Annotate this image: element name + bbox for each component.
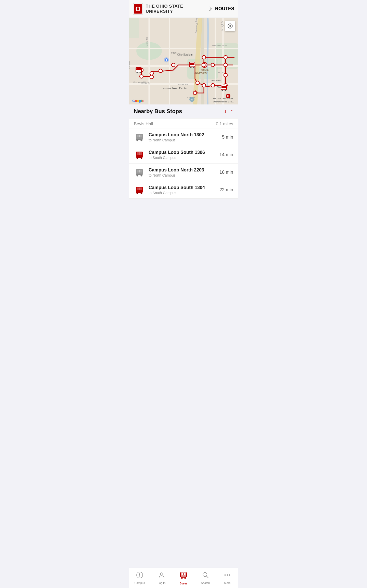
bus-icon-gray xyxy=(134,167,145,178)
svg-point-50 xyxy=(193,91,197,95)
bus-destination: to North Campus xyxy=(149,138,222,142)
stop-distance: 0.1 miles xyxy=(216,122,233,127)
routes-button[interactable]: ROUTES xyxy=(215,6,234,11)
svg-point-116 xyxy=(160,573,163,575)
dark-mode-icon[interactable]: ☽ xyxy=(207,6,212,12)
svg-text:UNIVERSITY: UNIVERSITY xyxy=(194,72,207,74)
nav-item-search[interactable]: Search xyxy=(194,570,216,586)
svg-text:Ohio Stadium: Ohio Stadium xyxy=(177,53,193,56)
svg-line-125 xyxy=(206,576,208,578)
svg-text:Woody H...es Dr: Woody H...es Dr xyxy=(212,45,227,47)
svg-point-44 xyxy=(202,56,206,59)
bus-icon-gray xyxy=(134,131,145,143)
bus-icon-red xyxy=(134,149,145,160)
bus-icon-red xyxy=(134,184,145,195)
svg-point-58 xyxy=(140,72,141,73)
svg-point-47 xyxy=(211,84,215,87)
compass-icon xyxy=(136,571,143,580)
nav-label-more: More xyxy=(224,581,230,584)
svg-text:Lennox Town Center: Lennox Town Center xyxy=(162,87,188,90)
bus-route-name: Campus Loop South 1304 xyxy=(149,185,219,190)
svg-point-54 xyxy=(203,63,206,66)
nav-item-more[interactable]: More xyxy=(216,570,238,586)
svg-point-37 xyxy=(150,72,153,75)
svg-text:The Ohio State Univer...: The Ohio State Univer... xyxy=(213,98,234,100)
svg-rect-84 xyxy=(137,135,139,137)
nav-label-buses: Buses xyxy=(180,582,188,585)
bus-row[interactable]: Campus Loop North 1302 to North Campus 5… xyxy=(129,128,238,146)
svg-point-126 xyxy=(225,574,226,576)
svg-point-69 xyxy=(166,59,167,61)
svg-rect-88 xyxy=(136,139,142,140)
bus-stops-list: Bevis Hall 0.1 miles Campus Loop North 1… xyxy=(129,118,238,199)
bus-destination: to South Campus xyxy=(149,191,219,195)
bus-row[interactable]: Campus Loop South 1304 to South Campus 2… xyxy=(129,181,238,198)
svg-text:🛍: 🛍 xyxy=(191,98,193,101)
bus-arrival-time: 16 min xyxy=(219,170,233,175)
svg-text:⑤315: ⑤315 xyxy=(171,51,177,54)
svg-point-66 xyxy=(225,90,226,91)
bus-route-name: Campus Loop North 2203 xyxy=(149,167,219,173)
svg-point-51 xyxy=(140,75,143,78)
header-logo: O The Ohio State University xyxy=(133,2,207,16)
svg-rect-91 xyxy=(137,152,139,155)
svg-rect-7 xyxy=(129,18,139,38)
bus-row[interactable]: Campus Loop South 1306 to South Campus 1… xyxy=(129,146,238,163)
stop-location-header: Bevis Hall 0.1 miles xyxy=(129,118,238,128)
search-icon xyxy=(202,571,209,580)
more-dots-icon xyxy=(224,571,231,580)
svg-rect-64 xyxy=(221,86,226,88)
svg-text:Kinnear Rd: Kinnear Rd xyxy=(141,82,150,84)
svg-text:H: H xyxy=(227,95,229,98)
location-icon xyxy=(227,23,233,29)
svg-point-127 xyxy=(227,574,228,576)
svg-rect-99 xyxy=(140,170,142,172)
svg-text:Olentangy Fwy: Olentangy Fwy xyxy=(195,18,198,33)
stop-group-bevis-hall: Bevis Hall 0.1 miles Campus Loop North 1… xyxy=(129,118,238,199)
svg-rect-98 xyxy=(137,170,139,172)
svg-rect-95 xyxy=(136,157,142,158)
sort-controls: ↓ ↑ xyxy=(224,108,233,115)
bus-arrival-time: 22 min xyxy=(219,187,233,193)
nearby-title: Nearby Bus Stops xyxy=(134,108,182,115)
sort-up-button[interactable]: ↑ xyxy=(230,108,233,115)
svg-point-52 xyxy=(150,75,153,79)
svg-point-41 xyxy=(211,63,215,67)
map-view[interactable]: Kenny Rd Olentangy Fwy W 12th Ave Chambe… xyxy=(129,18,238,104)
svg-text:Google: Google xyxy=(132,99,144,103)
nav-item-login[interactable]: Log In xyxy=(151,570,173,586)
header-right: ☽ ROUTES xyxy=(207,6,234,12)
svg-point-48 xyxy=(202,84,206,87)
nav-item-campus[interactable]: Campus xyxy=(129,570,151,586)
bus-nav-icon xyxy=(179,571,188,581)
bus-route-name: Campus Loop North 1302 xyxy=(149,132,222,138)
svg-point-77 xyxy=(229,25,231,27)
bus-info: Campus Loop South 1306 to South Campus xyxy=(149,150,219,160)
person-icon xyxy=(158,571,165,580)
bottom-navigation: Campus Log In Buses xyxy=(129,568,238,588)
svg-rect-109 xyxy=(136,192,142,193)
location-button[interactable] xyxy=(225,21,235,31)
app-header: O The Ohio State University ☽ ROUTES xyxy=(129,0,238,18)
bus-arrival-time: 5 min xyxy=(222,135,233,140)
svg-point-57 xyxy=(137,72,138,73)
osu-logo-icon: O xyxy=(133,2,143,16)
svg-text:NECKO: NECKO xyxy=(218,72,225,74)
svg-text:Thompson Li...: Thompson Li... xyxy=(210,79,224,82)
svg-text:Kenny Rd: Kenny Rd xyxy=(146,37,148,47)
svg-point-49 xyxy=(196,81,199,85)
bus-row[interactable]: Campus Loop North 2203 to North Campus 1… xyxy=(129,163,238,181)
nearby-header: Nearby Bus Stops ↓ ↑ xyxy=(129,104,238,118)
nav-label-login: Log In xyxy=(158,581,166,584)
bus-arrival-time: 14 min xyxy=(219,152,233,157)
nav-label-search: Search xyxy=(201,581,210,584)
svg-text:N High St: N High St xyxy=(221,21,224,31)
svg-point-128 xyxy=(229,574,230,576)
sort-down-button[interactable]: ↓ xyxy=(224,108,227,115)
svg-rect-92 xyxy=(140,152,142,155)
svg-point-42 xyxy=(224,63,227,67)
svg-text:Wexner Medical Cent...: Wexner Medical Cent... xyxy=(213,101,234,103)
bus-info: Campus Loop North 1302 to North Campus xyxy=(149,132,222,142)
svg-text:STATE: STATE xyxy=(201,69,208,71)
nav-item-buses[interactable]: Buses xyxy=(173,569,194,586)
